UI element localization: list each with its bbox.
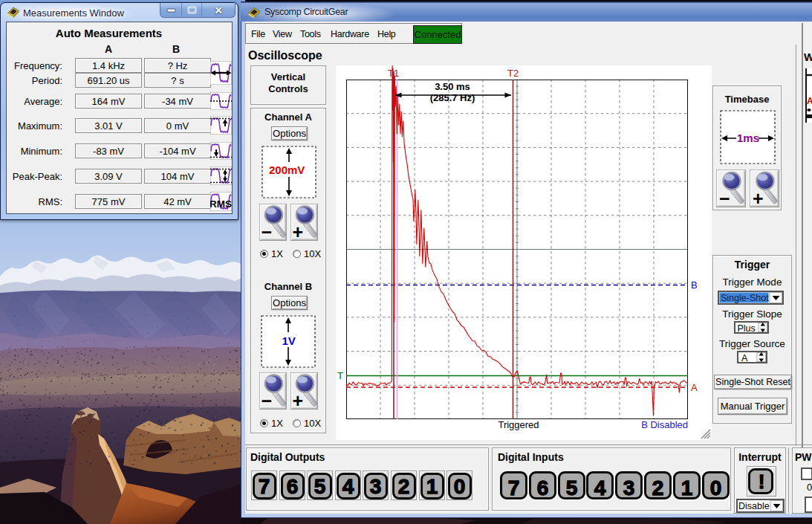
svg-text:Disable: Disable (738, 501, 770, 511)
svg-text:B Disabled: B Disabled (641, 419, 688, 430)
svg-text:−: − (262, 390, 273, 410)
svg-text:+: + (293, 221, 304, 241)
svg-text:(285.7 Hz): (285.7 Hz) (430, 92, 475, 103)
svg-text:1V: 1V (282, 334, 296, 347)
svg-text:Single-Shot: Single-Shot (721, 293, 769, 303)
svg-text:B: B (691, 279, 698, 291)
svg-text:1ms: 1ms (737, 132, 759, 144)
svg-text:+: + (293, 390, 304, 410)
svg-text:−: − (719, 188, 730, 208)
svg-text:−: − (262, 221, 273, 241)
svg-text:A: A (741, 353, 748, 363)
svg-text:200mV: 200mV (269, 164, 305, 176)
svg-text:Plus: Plus (738, 323, 756, 334)
svg-text:T: T (337, 370, 343, 381)
svg-text:+: + (753, 188, 764, 208)
svg-text:Triggered: Triggered (498, 419, 539, 430)
svg-text:A: A (691, 382, 698, 393)
svg-text:RMS: RMS (210, 198, 232, 210)
svg-text:T2: T2 (507, 68, 519, 79)
svg-text:3.50 ms: 3.50 ms (435, 81, 470, 92)
svg-text:A: A (807, 96, 812, 106)
